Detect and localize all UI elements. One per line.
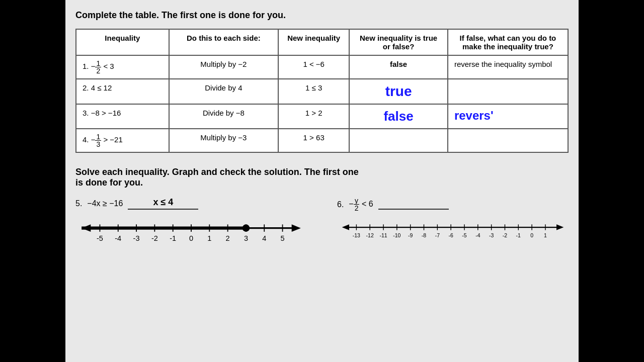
- solve-instruction: Solve each inequality. Graph and check t…: [75, 167, 569, 188]
- problem6-line: 6. −y2 < 6: [337, 197, 569, 212]
- row2-make: [448, 79, 568, 104]
- svg-text:1: 1: [544, 232, 547, 238]
- problem6-block: 6. −y2 < 6 -13 -12 -11: [337, 197, 569, 242]
- row4-inequality: 4. −13 > −21: [76, 129, 169, 152]
- svg-text:-10: -10: [393, 232, 400, 238]
- row1-inequality: 1. −12 < 3: [76, 55, 169, 79]
- col-header-truefalse: New inequality is true or false?: [349, 29, 448, 55]
- number-line-5: -5 -4 -3 -2 -1 0 1 2 3: [75, 215, 307, 240]
- row3-tf: false: [349, 104, 448, 129]
- row2-inequality: 2. 4 ≤ 12: [76, 79, 169, 104]
- svg-text:2: 2: [226, 234, 230, 242]
- problem6-answer-line: [378, 199, 449, 210]
- main-content: Complete the table. The first one is don…: [65, 0, 579, 362]
- problem6-label: 6.: [337, 200, 344, 209]
- table-row: 1. −12 < 3 Multiply by −2 1 < −6 false r…: [76, 55, 568, 79]
- svg-text:-1: -1: [516, 232, 521, 238]
- problem5-block: 5. −4x ≥ −16 x ≤ 4: [75, 197, 307, 242]
- handwritten-false: false: [356, 109, 441, 124]
- problem5-expression: −4x ≥ −16: [87, 199, 123, 208]
- col-header-new: New inequality: [278, 29, 349, 55]
- svg-text:-3: -3: [489, 232, 494, 238]
- row3-make: revers': [448, 104, 568, 129]
- problem5-label: 5.: [75, 199, 82, 208]
- number-line-5-svg: -5 -4 -3 -2 -1 0 1 2 3: [75, 215, 307, 245]
- svg-text:-2: -2: [503, 232, 508, 238]
- svg-text:4: 4: [262, 234, 266, 242]
- problem5-answer: x ≤ 4: [153, 197, 173, 207]
- svg-text:-3: -3: [133, 234, 140, 242]
- row2-do: Divide by 4: [169, 79, 278, 104]
- instruction1: Complete the table. The first one is don…: [75, 10, 569, 21]
- row3-inequality: 3. −8 > −16: [76, 104, 169, 129]
- row3-do: Divide by −8: [169, 104, 278, 129]
- number-line-6-svg: -13 -12 -11 -10 -9 -8 -7 -6 -5: [337, 217, 569, 241]
- svg-text:-7: -7: [435, 232, 440, 238]
- handwritten-revers: revers': [454, 109, 494, 122]
- row1-make: reverse the inequality symbol: [448, 55, 568, 79]
- svg-text:-13: -13: [353, 232, 360, 238]
- number-line-6: -13 -12 -11 -10 -9 -8 -7 -6 -5: [337, 217, 569, 242]
- svg-text:-5: -5: [97, 234, 103, 242]
- problem5-answer-line: x ≤ 4: [128, 197, 198, 210]
- svg-text:-6: -6: [448, 232, 453, 238]
- left-arrow-icon: [342, 224, 349, 230]
- inequality-table: Inequality Do this to each side: New ine…: [75, 29, 569, 153]
- svg-text:1: 1: [207, 234, 211, 242]
- row3-new: 1 > 2: [278, 104, 349, 129]
- row1-do: Multiply by −2: [169, 55, 278, 79]
- row4-tf: [349, 129, 448, 152]
- row2-tf: true: [349, 79, 448, 104]
- row4-new: 1 > 63: [278, 129, 349, 152]
- svg-text:-8: -8: [422, 232, 427, 238]
- svg-text:-2: -2: [151, 234, 158, 242]
- table-row: 2. 4 ≤ 12 Divide by 4 1 ≤ 3 true: [76, 79, 568, 104]
- col-header-inequality: Inequality: [76, 29, 169, 55]
- svg-text:-5: -5: [462, 232, 467, 238]
- svg-text:-12: -12: [366, 232, 374, 238]
- table-row: 3. −8 > −16 Divide by −8 1 > 2 false rev…: [76, 104, 568, 129]
- problem5-line: 5. −4x ≥ −16 x ≤ 4: [75, 197, 307, 210]
- svg-text:-4: -4: [475, 232, 480, 238]
- col-header-do: Do this to each side:: [169, 29, 278, 55]
- row2-new: 1 ≤ 3: [278, 79, 349, 104]
- svg-text:5: 5: [281, 234, 285, 242]
- svg-text:-9: -9: [408, 232, 413, 238]
- right-arrow-icon: [292, 224, 301, 232]
- table-row: 4. −13 > −21 Multiply by −3 1 > 63: [76, 129, 568, 152]
- row4-make: [448, 129, 568, 152]
- svg-text:-1: -1: [170, 234, 176, 242]
- row4-do: Multiply by −3: [169, 129, 278, 152]
- col-header-make: If false, what can you do to make the in…: [448, 29, 568, 55]
- svg-text:-11: -11: [379, 232, 387, 238]
- svg-text:-4: -4: [115, 234, 121, 242]
- row1-new: 1 < −6: [278, 55, 349, 79]
- row1-tf: false: [349, 55, 448, 79]
- svg-text:3: 3: [244, 234, 248, 242]
- handwritten-true: true: [356, 83, 441, 100]
- problems-row: 5. −4x ≥ −16 x ≤ 4: [75, 197, 569, 242]
- svg-text:0: 0: [530, 232, 533, 238]
- right-arrow-icon: [556, 224, 564, 230]
- problem6-expression: −y2 < 6: [349, 197, 373, 212]
- svg-text:0: 0: [189, 234, 193, 242]
